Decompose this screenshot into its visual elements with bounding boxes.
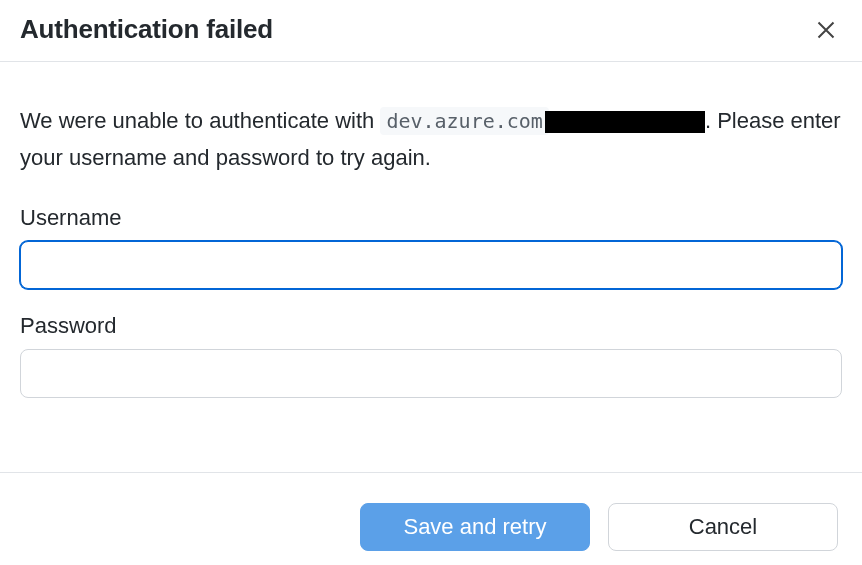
dialog-title: Authentication failed	[20, 14, 273, 45]
host-name: dev.azure.com	[380, 107, 549, 135]
password-label: Password	[20, 313, 842, 339]
save-retry-button[interactable]: Save and retry	[360, 503, 590, 551]
username-field: Username	[20, 205, 842, 289]
password-field: Password	[20, 313, 842, 397]
auth-failed-dialog: Authentication failed We were unable to …	[0, 0, 862, 565]
dialog-header: Authentication failed	[0, 0, 862, 62]
password-input[interactable]	[20, 349, 842, 397]
username-input[interactable]	[20, 241, 842, 289]
username-label: Username	[20, 205, 842, 231]
dialog-body: We were unable to authenticate with dev.…	[0, 62, 862, 472]
auth-message: We were unable to authenticate with dev.…	[20, 102, 842, 177]
dialog-footer: Save and retry Cancel	[0, 472, 862, 565]
cancel-button[interactable]: Cancel	[608, 503, 838, 551]
close-icon[interactable]	[814, 18, 838, 42]
redacted-segment	[545, 111, 705, 133]
message-prefix: We were unable to authenticate with	[20, 108, 380, 133]
